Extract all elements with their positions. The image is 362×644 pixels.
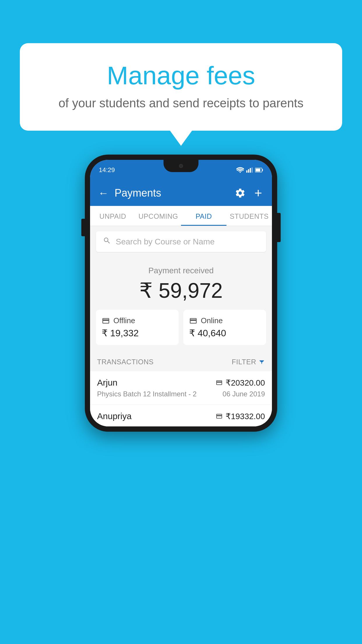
signal-icon: [246, 167, 253, 173]
offline-payment-card: Offline ₹ 19,332: [96, 310, 179, 345]
header-right: [235, 188, 264, 199]
online-card-header: Online: [189, 316, 260, 325]
filter-icon: [259, 359, 265, 365]
bubble-title: Manage fees: [43, 61, 319, 90]
transaction-row[interactable]: Arjun ₹20320.00 Physics Batch 12 Install…: [90, 371, 272, 405]
search-box[interactable]: Search by Course or Name: [96, 231, 266, 252]
payment-total-amount: ₹ 59,972: [96, 278, 266, 303]
payment-received-label: Payment received: [96, 266, 266, 275]
transactions-header: TRANSACTIONS FILTER: [90, 353, 272, 371]
payment-cards: Offline ₹ 19,332 Online ₹ 40,640: [96, 310, 266, 345]
speech-bubble: Manage fees of your students and send re…: [20, 43, 342, 131]
status-icons: [236, 167, 263, 173]
offline-label: Offline: [113, 316, 135, 325]
transaction-row-partial[interactable]: Anupriya ₹19332.00: [90, 405, 272, 426]
tab-unpaid[interactable]: UNPAID: [90, 206, 136, 226]
online-label: Online: [201, 316, 223, 325]
transaction-name: Arjun: [97, 378, 117, 388]
transactions-label: TRANSACTIONS: [97, 358, 154, 366]
svg-rect-6: [256, 169, 260, 172]
header-title: Payments: [115, 187, 161, 199]
search-placeholder: Search by Course or Name: [116, 237, 215, 246]
transaction-top-2: Anupriya ₹19332.00: [97, 411, 265, 421]
bubble-subtitle: of your students and send receipts to pa…: [43, 96, 319, 110]
header-left: ← Payments: [98, 187, 161, 199]
svg-rect-0: [246, 170, 247, 173]
offline-card-header: Offline: [102, 316, 173, 325]
phone-outer: 14:29: [85, 155, 277, 432]
search-icon: [103, 237, 111, 247]
transaction-amount: ₹20320.00: [226, 378, 265, 388]
notch-cutout: [164, 160, 198, 172]
transaction-detail: Physics Batch 12 Installment - 2: [97, 390, 196, 398]
tab-upcoming[interactable]: UPCOMING: [136, 206, 181, 226]
add-icon[interactable]: [253, 188, 264, 199]
camera-dot: [179, 164, 183, 168]
svg-rect-3: [252, 167, 253, 173]
online-icon: [189, 317, 197, 325]
transaction-amount-wrapper-2: ₹19332.00: [216, 412, 265, 421]
status-time: 14:29: [99, 166, 115, 174]
tab-paid[interactable]: PAID: [181, 206, 226, 226]
svg-rect-5: [262, 169, 263, 171]
status-bar: 14:29: [90, 160, 272, 180]
phone-mockup: 14:29: [85, 155, 277, 432]
offline-icon: [102, 317, 110, 325]
transaction-bottom: Physics Batch 12 Installment - 2 06 June…: [97, 390, 265, 398]
filter-label: FILTER: [232, 358, 256, 366]
speech-bubble-container: Manage fees of your students and send re…: [20, 43, 342, 131]
settings-icon[interactable]: [235, 188, 246, 199]
transaction-amount-2: ₹19332.00: [226, 412, 265, 421]
app-header: ← Payments: [90, 180, 272, 206]
online-amount: ₹ 40,640: [189, 328, 260, 339]
battery-icon: [255, 167, 263, 173]
payment-summary: Payment received ₹ 59,972 Offline ₹ 19,3…: [90, 257, 272, 353]
transaction-name-2: Anupriya: [97, 411, 131, 421]
svg-rect-2: [250, 168, 251, 173]
search-container: Search by Course or Name: [90, 226, 272, 257]
transaction-date: 06 June 2019: [223, 390, 265, 398]
offline-amount: ₹ 19,332: [102, 328, 173, 339]
back-button[interactable]: ←: [98, 187, 109, 199]
wifi-icon: [236, 167, 244, 173]
phone-screen: 14:29: [90, 160, 272, 426]
tabs-bar: UNPAID UPCOMING PAID STUDENTS: [90, 206, 272, 226]
card-payment-icon: [216, 379, 223, 386]
tab-students[interactable]: STUDENTS: [226, 206, 272, 226]
transaction-amount-wrapper: ₹20320.00: [216, 378, 265, 388]
offline-payment-icon: [216, 413, 223, 420]
online-payment-card: Online ₹ 40,640: [183, 310, 266, 345]
filter-button[interactable]: FILTER: [232, 358, 265, 366]
transaction-top: Arjun ₹20320.00: [97, 378, 265, 388]
svg-rect-1: [248, 169, 249, 173]
